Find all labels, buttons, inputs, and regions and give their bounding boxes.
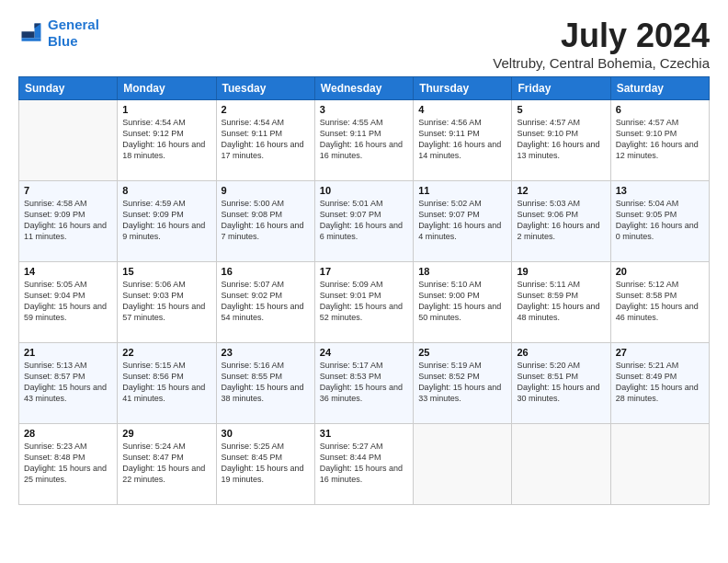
day-info: Sunrise: 4:56 AMSunset: 9:11 PMDaylight:… [418, 117, 506, 162]
table-row: 28Sunrise: 5:23 AMSunset: 8:48 PMDayligh… [19, 424, 118, 505]
table-row: 30Sunrise: 5:25 AMSunset: 8:45 PMDayligh… [216, 424, 314, 505]
table-row: 25Sunrise: 5:19 AMSunset: 8:52 PMDayligh… [414, 343, 512, 424]
table-row: 10Sunrise: 5:01 AMSunset: 9:07 PMDayligh… [314, 181, 413, 262]
logo-icon [18, 20, 44, 46]
day-number: 21 [24, 347, 112, 358]
day-info: Sunrise: 5:12 AMSunset: 8:58 PMDaylight:… [616, 279, 704, 324]
table-row: 1Sunrise: 4:54 AMSunset: 9:12 PMDaylight… [118, 100, 216, 181]
table-row: 18Sunrise: 5:10 AMSunset: 9:00 PMDayligh… [414, 262, 512, 343]
col-wednesday: Wednesday [314, 77, 413, 100]
month-title: July 2024 [493, 17, 710, 55]
svg-rect-2 [22, 31, 35, 38]
day-info: Sunrise: 5:10 AMSunset: 9:00 PMDaylight:… [418, 279, 506, 324]
day-info: Sunrise: 4:54 AMSunset: 9:12 PMDaylight:… [122, 117, 210, 162]
calendar-week-row: 14Sunrise: 5:05 AMSunset: 9:04 PMDayligh… [19, 262, 710, 343]
logo-line2: Blue [48, 33, 78, 49]
table-row: 16Sunrise: 5:07 AMSunset: 9:02 PMDayligh… [216, 262, 314, 343]
day-info: Sunrise: 5:17 AMSunset: 8:53 PMDaylight:… [320, 360, 408, 405]
location-title: Veltruby, Central Bohemia, Czechia [493, 55, 710, 71]
day-number: 23 [222, 347, 310, 358]
day-number: 18 [418, 266, 506, 277]
calendar-week-row: 1Sunrise: 4:54 AMSunset: 9:12 PMDaylight… [19, 100, 710, 181]
table-row [512, 424, 610, 505]
table-row: 13Sunrise: 5:04 AMSunset: 9:05 PMDayligh… [610, 181, 709, 262]
day-number: 10 [320, 185, 408, 196]
table-row: 26Sunrise: 5:20 AMSunset: 8:51 PMDayligh… [512, 343, 610, 424]
day-info: Sunrise: 5:27 AMSunset: 8:44 PMDaylight:… [320, 441, 408, 486]
day-number: 3 [320, 104, 408, 115]
col-friday: Friday [512, 77, 610, 100]
day-number: 6 [616, 104, 704, 115]
day-number: 16 [222, 266, 310, 277]
day-info: Sunrise: 5:00 AMSunset: 9:08 PMDaylight:… [222, 198, 310, 243]
table-row: 15Sunrise: 5:06 AMSunset: 9:03 PMDayligh… [118, 262, 216, 343]
day-number: 1 [122, 104, 210, 115]
table-row: 17Sunrise: 5:09 AMSunset: 9:01 PMDayligh… [314, 262, 413, 343]
calendar-header-row: Sunday Monday Tuesday Wednesday Thursday… [19, 77, 710, 100]
day-number: 2 [222, 104, 310, 115]
table-row: 31Sunrise: 5:27 AMSunset: 8:44 PMDayligh… [314, 424, 413, 505]
day-number: 31 [320, 428, 408, 439]
day-info: Sunrise: 5:09 AMSunset: 9:01 PMDaylight:… [320, 279, 408, 324]
day-number: 30 [222, 428, 310, 439]
day-info: Sunrise: 5:21 AMSunset: 8:49 PMDaylight:… [616, 360, 704, 405]
day-info: Sunrise: 5:01 AMSunset: 9:07 PMDaylight:… [320, 198, 408, 243]
table-row: 3Sunrise: 4:55 AMSunset: 9:11 PMDaylight… [314, 100, 413, 181]
table-row: 6Sunrise: 4:57 AMSunset: 9:10 PMDaylight… [610, 100, 709, 181]
day-info: Sunrise: 5:07 AMSunset: 9:02 PMDaylight:… [222, 279, 310, 324]
day-info: Sunrise: 5:19 AMSunset: 8:52 PMDaylight:… [418, 360, 506, 405]
day-info: Sunrise: 5:20 AMSunset: 8:51 PMDaylight:… [517, 360, 605, 405]
header-row: General Blue July 2024 Veltruby, Central… [18, 17, 710, 71]
day-number: 20 [616, 266, 704, 277]
day-number: 5 [517, 104, 605, 115]
table-row: 4Sunrise: 4:56 AMSunset: 9:11 PMDaylight… [414, 100, 512, 181]
calendar-container: General Blue July 2024 Veltruby, Central… [0, 0, 728, 514]
table-row: 8Sunrise: 4:59 AMSunset: 9:09 PMDaylight… [118, 181, 216, 262]
table-row: 11Sunrise: 5:02 AMSunset: 9:07 PMDayligh… [414, 181, 512, 262]
table-row: 5Sunrise: 4:57 AMSunset: 9:10 PMDaylight… [512, 100, 610, 181]
day-number: 11 [418, 185, 506, 196]
logo: General Blue [18, 17, 99, 50]
day-number: 28 [24, 428, 112, 439]
day-info: Sunrise: 5:06 AMSunset: 9:03 PMDaylight:… [122, 279, 210, 324]
table-row: 14Sunrise: 5:05 AMSunset: 9:04 PMDayligh… [19, 262, 118, 343]
day-number: 25 [418, 347, 506, 358]
table-row: 23Sunrise: 5:16 AMSunset: 8:55 PMDayligh… [216, 343, 314, 424]
day-number: 13 [616, 185, 704, 196]
calendar-table: Sunday Monday Tuesday Wednesday Thursday… [18, 76, 710, 505]
day-number: 19 [517, 266, 605, 277]
col-sunday: Sunday [19, 77, 118, 100]
day-info: Sunrise: 5:23 AMSunset: 8:48 PMDaylight:… [24, 441, 112, 486]
logo-text: General Blue [48, 17, 99, 50]
table-row: 2Sunrise: 4:54 AMSunset: 9:11 PMDaylight… [216, 100, 314, 181]
day-info: Sunrise: 4:59 AMSunset: 9:09 PMDaylight:… [122, 198, 210, 243]
day-number: 9 [222, 185, 310, 196]
table-row [414, 424, 512, 505]
day-number: 7 [24, 185, 112, 196]
table-row [610, 424, 709, 505]
table-row: 7Sunrise: 4:58 AMSunset: 9:09 PMDaylight… [19, 181, 118, 262]
table-row: 9Sunrise: 5:00 AMSunset: 9:08 PMDaylight… [216, 181, 314, 262]
day-number: 17 [320, 266, 408, 277]
day-number: 27 [616, 347, 704, 358]
logo-line1: General [48, 17, 99, 32]
day-info: Sunrise: 4:57 AMSunset: 9:10 PMDaylight:… [616, 117, 704, 162]
table-row: 20Sunrise: 5:12 AMSunset: 8:58 PMDayligh… [610, 262, 709, 343]
day-info: Sunrise: 5:15 AMSunset: 8:56 PMDaylight:… [122, 360, 210, 405]
day-number: 4 [418, 104, 506, 115]
col-saturday: Saturday [610, 77, 709, 100]
day-info: Sunrise: 4:57 AMSunset: 9:10 PMDaylight:… [517, 117, 605, 162]
day-info: Sunrise: 4:55 AMSunset: 9:11 PMDaylight:… [320, 117, 408, 162]
day-info: Sunrise: 4:58 AMSunset: 9:09 PMDaylight:… [24, 198, 112, 243]
table-row: 29Sunrise: 5:24 AMSunset: 8:47 PMDayligh… [118, 424, 216, 505]
day-info: Sunrise: 5:05 AMSunset: 9:04 PMDaylight:… [24, 279, 112, 324]
calendar-week-row: 7Sunrise: 4:58 AMSunset: 9:09 PMDaylight… [19, 181, 710, 262]
day-number: 8 [122, 185, 210, 196]
day-info: Sunrise: 5:11 AMSunset: 8:59 PMDaylight:… [517, 279, 605, 324]
col-tuesday: Tuesday [216, 77, 314, 100]
day-number: 29 [122, 428, 210, 439]
day-number: 26 [517, 347, 605, 358]
day-info: Sunrise: 5:02 AMSunset: 9:07 PMDaylight:… [418, 198, 506, 243]
table-row: 12Sunrise: 5:03 AMSunset: 9:06 PMDayligh… [512, 181, 610, 262]
day-info: Sunrise: 5:04 AMSunset: 9:05 PMDaylight:… [616, 198, 704, 243]
